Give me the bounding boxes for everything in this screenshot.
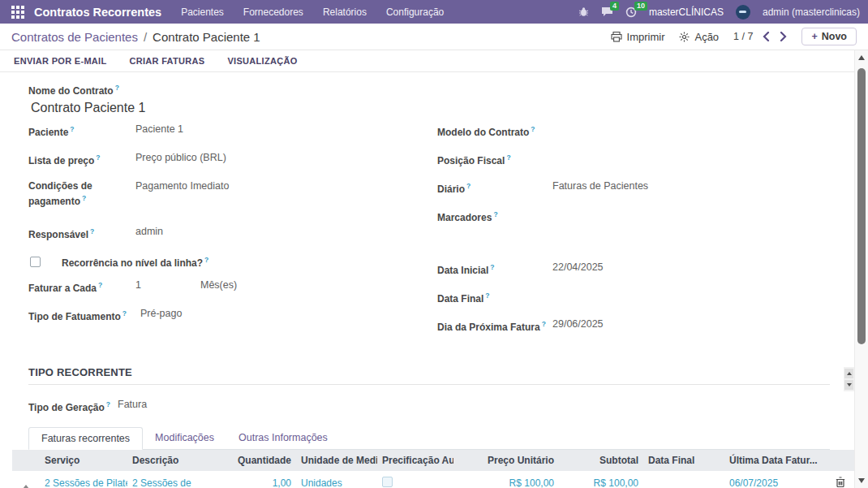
help-icon[interactable] <box>106 400 110 408</box>
help-icon[interactable] <box>542 320 546 328</box>
field-modelo-contrato: Modelo do Contrato <box>437 123 830 139</box>
cell-data-final[interactable] <box>643 471 724 488</box>
faturar-cada-value[interactable]: 1 <box>135 279 200 292</box>
tab-outras-informacoes[interactable]: Outras Informações <box>226 427 340 449</box>
col-unidade-medida[interactable]: Unidade de Medida <box>296 450 377 471</box>
tipo-geracao-value[interactable]: Fatura <box>118 399 147 411</box>
breadcrumb-parent[interactable]: Contratos de Pacientes <box>11 30 138 44</box>
field-paciente-value[interactable]: Paciente 1 <box>135 123 183 136</box>
field-lista-preco-value[interactable]: Preço público (BRL) <box>135 152 226 164</box>
page-scrollbar[interactable] <box>854 50 868 488</box>
gear-icon <box>679 32 690 42</box>
field-responsavel-value[interactable]: admin <box>135 226 163 238</box>
help-icon[interactable] <box>90 227 94 235</box>
help-icon[interactable] <box>506 153 510 162</box>
cell-ultima-data[interactable]: 06/07/2025 <box>724 471 826 488</box>
help-icon[interactable] <box>466 182 471 190</box>
diario-value[interactable]: Faturas de Pacientes <box>552 180 648 192</box>
help-icon[interactable] <box>493 210 497 218</box>
help-icon[interactable] <box>122 309 127 317</box>
plus-icon: + <box>811 31 817 42</box>
precificacao-checkbox[interactable] <box>382 477 393 487</box>
scrollbar-down-icon[interactable] <box>858 478 865 483</box>
menu-configuracao[interactable]: Configuração <box>386 6 444 18</box>
scroll-down-icon[interactable] <box>844 380 853 390</box>
menu-pacientes[interactable]: Pacientes <box>181 6 224 18</box>
menu-fornecedores[interactable]: Fornecedores <box>243 6 303 18</box>
pager-previous-icon[interactable] <box>763 32 770 41</box>
control-panel: Contratos de Pacientes / Contrato Pacien… <box>0 24 868 50</box>
apps-menu-icon[interactable] <box>11 6 24 19</box>
field-marcadores: Marcadores <box>437 209 830 224</box>
breadcrumb-current: Contrato Paciente 1 <box>153 30 260 44</box>
invoice-lines-table: Serviço Descrição Quantidade Unidade de … <box>12 450 854 488</box>
debug-bug-icon[interactable] <box>578 6 589 17</box>
col-quantidade[interactable]: Quantidade <box>226 450 296 471</box>
col-precificacao-auto[interactable]: Precificação Auto... <box>377 450 453 471</box>
help-icon[interactable] <box>531 125 535 133</box>
tipo-faturamento-value[interactable]: Pré-pago <box>140 308 182 320</box>
pager-next-icon[interactable] <box>780 32 787 41</box>
col-subtotal[interactable]: Subtotal <box>559 450 643 471</box>
drag-handle-icon[interactable] <box>23 485 29 488</box>
form-right-column: Modelo do Contrato Posição Fiscal Diário… <box>429 123 830 347</box>
field-proxima-fatura: Dia da Próxima Fatura 29/06/2025 <box>437 318 830 334</box>
faturar-cada-unit[interactable]: Mês(es) <box>200 279 237 292</box>
table-row[interactable]: 2 Sessões de Pilates ... 2 Sessões de Pi… <box>12 471 854 488</box>
menu-relatorios[interactable]: Relatórios <box>323 6 367 18</box>
recorrencia-checkbox[interactable] <box>30 257 41 267</box>
help-icon[interactable] <box>96 153 100 162</box>
field-diario: Diário Faturas de Pacientes <box>437 180 830 196</box>
scroll-up-icon[interactable] <box>844 369 853 378</box>
preview-button[interactable]: VISUALIZAÇÃO <box>227 56 297 66</box>
cell-unidade[interactable]: Unidades <box>296 471 377 488</box>
help-icon[interactable] <box>70 125 74 133</box>
delete-row-icon[interactable] <box>836 478 845 488</box>
tab-modificacoes[interactable]: Modificações <box>143 427 226 449</box>
send-email-button[interactable]: ENVIAR POR E-MAIL <box>14 56 107 66</box>
pager-counter: 1 / 7 <box>733 31 753 42</box>
cell-servico[interactable]: 2 Sessões de Pilates ... <box>40 471 127 488</box>
tab-faturas-recorrentes[interactable]: Faturas recorrentes <box>28 427 143 450</box>
field-condicoes-pagamento-value[interactable]: Pagamento Imediato <box>135 180 229 192</box>
col-ultima-data-fatura[interactable]: Última Data Fatur... <box>724 450 826 471</box>
contract-name-value[interactable]: Contrato Paciente 1 <box>31 101 830 115</box>
help-icon[interactable] <box>490 263 494 271</box>
help-icon[interactable] <box>98 281 102 289</box>
field-posicao-fiscal: Posição Fiscal <box>437 152 830 167</box>
help-icon[interactable] <box>485 292 489 300</box>
col-descricao[interactable]: Descrição <box>127 450 226 471</box>
table-header-row: Serviço Descrição Quantidade Unidade de … <box>12 450 854 471</box>
notebook-scrollbar[interactable] <box>844 367 854 391</box>
col-data-final[interactable]: Data Final <box>643 450 724 471</box>
help-icon[interactable] <box>204 256 208 264</box>
col-servico[interactable]: Serviço <box>40 450 127 471</box>
cell-quantidade[interactable]: 1,00 <box>226 471 296 488</box>
scrollbar-thumb[interactable] <box>857 68 866 344</box>
scrollbar-up-icon[interactable] <box>858 55 865 60</box>
activities-clock-icon[interactable]: 10 <box>625 6 637 18</box>
cell-descricao[interactable]: 2 Sessões de Pilates por Semana (Contrat… <box>127 471 226 488</box>
cell-preco-unitario[interactable]: R$ 100,00 <box>453 471 559 488</box>
action-menu-button[interactable]: Ação <box>679 31 719 43</box>
app-title[interactable]: Contratos Recorrentes <box>34 6 161 19</box>
record-pager: 1 / 7 <box>733 31 787 42</box>
field-data-final: Data Final <box>437 290 830 305</box>
create-invoices-button[interactable]: CRIAR FATURAS <box>130 56 205 66</box>
help-icon[interactable] <box>115 84 119 92</box>
company-switcher[interactable]: masterCLÍNICAS <box>649 6 724 18</box>
field-condicoes-pagamento: Condições de pagamento Pagamento Imediat… <box>28 180 429 208</box>
help-icon[interactable] <box>82 194 86 202</box>
statusbar-buttons: ENVIAR POR E-MAIL CRIAR FATURAS VISUALIZ… <box>0 50 868 72</box>
messages-icon[interactable]: 4 <box>601 6 613 17</box>
cell-subtotal[interactable]: R$ 100,00 <box>559 471 643 488</box>
data-inicial-value[interactable]: 22/04/2025 <box>552 261 604 274</box>
col-delete <box>826 450 854 471</box>
user-menu[interactable]: admin (masterclinicas) <box>763 6 860 18</box>
col-preco-unitario[interactable]: Preço Unitário <box>453 450 559 471</box>
print-button[interactable]: Imprimir <box>611 31 665 43</box>
proxima-fatura-value[interactable]: 29/06/2025 <box>552 318 604 330</box>
user-avatar[interactable] <box>736 5 750 19</box>
new-record-button[interactable]: + Novo <box>801 28 857 45</box>
field-paciente: Paciente Paciente 1 <box>28 123 429 139</box>
